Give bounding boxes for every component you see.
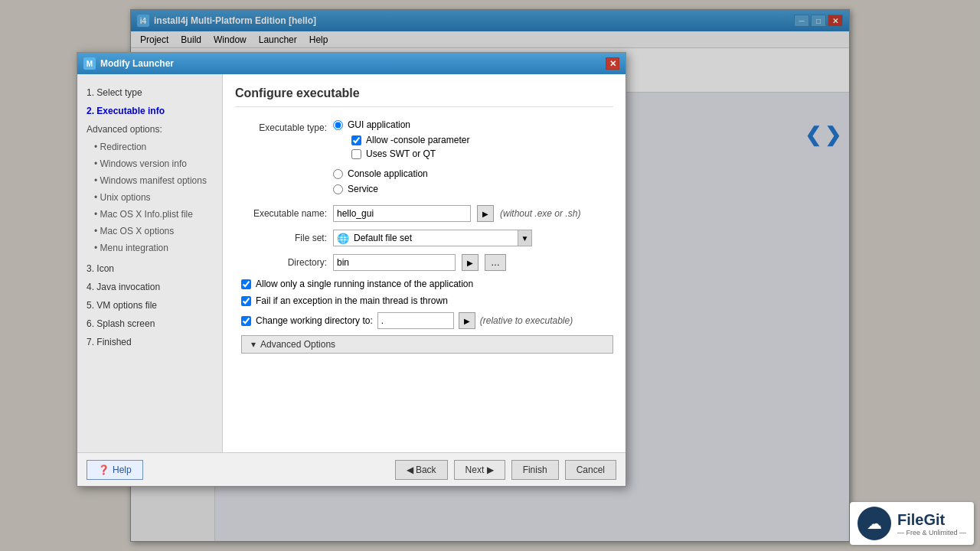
next-button[interactable]: Next ▶ [454,460,505,480]
exception-row: Fail if an exception in the main thread … [241,295,613,306]
file-set-value: Default file set [351,233,518,243]
next-label: Next ▶ [466,465,494,475]
help-label: Help [113,465,132,475]
executable-name-hint: (without .exe or .sh) [500,208,580,219]
advanced-options-button[interactable]: ▾ Advanced Options [241,335,613,354]
service-radio-row: Service [333,184,469,194]
step-7[interactable]: 7. Finished [83,333,216,351]
filegit-text: FileGit — Free & Unlimited — [897,511,966,536]
directory-dots-button[interactable]: … [485,254,506,271]
svg-text:☁: ☁ [867,515,882,532]
footer-left: ❓ Help [87,460,143,480]
content-title: Configure executable [235,86,613,107]
cancel-button[interactable]: Cancel [565,460,616,480]
content-panel: Configure executable Executable type: GU… [223,74,626,452]
dialog-close-button[interactable]: ✕ [606,57,619,70]
step-unix-options[interactable]: • Unix options [83,189,216,206]
finish-label: Finish [523,465,547,475]
advanced-options-chevron-icon: ▾ [251,339,256,350]
file-set-select[interactable]: 🌐 Default file set ▼ [333,230,532,246]
gui-radio-row: GUI application [333,119,469,130]
step-redirection[interactable]: • Redirection [83,139,216,155]
globe-icon: 🌐 [335,230,351,246]
single-instance-label[interactable]: Allow only a single running instance of … [256,279,473,289]
gui-sub-options: Allow -console parameter Uses SWT or QT [351,135,469,159]
console-radio-label[interactable]: Console application [348,168,428,179]
step-windows-version[interactable]: • Windows version info [83,155,216,172]
step-menu-integration[interactable]: • Menu integration [83,240,216,256]
dialog-footer: ❓ Help ◀ Back Next ▶ Finish Cancel [77,452,626,486]
working-dir-browse-button[interactable]: ▶ [459,312,475,329]
console-radio[interactable] [333,169,343,179]
executable-name-row: Executable name: ▶ (without .exe or .sh) [235,205,613,222]
allow-console-label[interactable]: Allow -console parameter [366,135,469,145]
executable-type-section: Executable type: GUI application Allow -… [235,119,613,194]
directory-input[interactable] [333,254,456,271]
directory-browse-button[interactable]: ▶ [462,254,479,271]
footer-right: ◀ Back Next ▶ Finish Cancel [395,460,616,480]
console-radio-row: Console application [333,168,469,179]
step-windows-manifest[interactable]: • Windows manifest options [83,172,216,189]
dialog-icon: M [83,57,96,70]
finish-button[interactable]: Finish [511,460,559,480]
step-2[interactable]: 2. Executable info [83,102,216,120]
filegit-sub: — Free & Unlimited — [897,529,966,536]
service-radio[interactable] [333,184,343,194]
step-mac-options[interactable]: • Mac OS X options [83,223,216,240]
single-instance-row: Allow only a single running instance of … [241,279,613,289]
help-button[interactable]: ❓ Help [87,460,143,480]
exception-label[interactable]: Fail if an exception in the main thread … [256,295,448,306]
uses-swt-row: Uses SWT or QT [351,148,469,159]
working-dir-checkbox[interactable] [241,316,251,326]
single-instance-checkbox[interactable] [241,279,251,289]
modify-launcher-dialog: M Modify Launcher ✕ 1. Select type 2. Ex… [77,52,626,487]
step-6[interactable]: 6. Splash screen [83,315,216,333]
working-dir-label[interactable]: Change working directory to: [256,315,373,326]
uses-swt-checkbox[interactable] [351,149,361,159]
directory-row: Directory: ▶ … [235,254,613,271]
gui-radio-label[interactable]: GUI application [348,119,410,130]
allow-console-row: Allow -console parameter [351,135,469,145]
filegit-name: FileGit [897,511,966,529]
exception-checkbox[interactable] [241,296,251,306]
step-4[interactable]: 4. Java invocation [83,278,216,296]
step-5[interactable]: 5. VM options file [83,296,216,315]
dialog-body: 1. Select type 2. Executable info Advanc… [77,74,626,452]
step-advanced-header: Advanced options: [83,120,216,139]
file-set-row: File set: 🌐 Default file set ▼ [235,230,613,246]
executable-type-options: GUI application Allow -console parameter… [333,119,469,194]
service-radio-label[interactable]: Service [348,184,378,194]
step-1[interactable]: 1. Select type [83,83,216,102]
working-dir-row: Change working directory to: ▶ (relative… [241,312,613,329]
back-button[interactable]: ◀ Back [395,460,448,480]
advanced-options-label: Advanced Options [260,339,335,350]
cancel-label: Cancel [577,465,605,475]
executable-name-input[interactable] [333,205,471,222]
dialog-title-bar: M Modify Launcher ✕ [77,53,626,74]
working-dir-input[interactable] [377,312,454,329]
file-set-dropdown-arrow[interactable]: ▼ [518,230,531,246]
executable-type-label: Executable type: [235,122,327,133]
help-icon: ❓ [98,465,109,475]
executable-name-browse-button[interactable]: ▶ [477,205,494,222]
steps-panel: 1. Select type 2. Executable info Advanc… [77,74,223,452]
filegit-watermark: ☁ FileGit — Free & Unlimited — [850,502,974,545]
dialog-title: Modify Launcher [100,58,174,69]
back-label: ◀ Back [407,465,436,475]
executable-name-label: Executable name: [235,208,327,219]
step-mac-plist[interactable]: • Mac OS X Info.plist file [83,206,216,223]
allow-console-checkbox[interactable] [351,135,361,145]
filegit-logo: ☁ [858,507,891,540]
step-3[interactable]: 3. Icon [83,259,216,278]
gui-radio[interactable] [333,120,343,130]
directory-label: Directory: [235,257,327,268]
file-set-label: File set: [235,233,327,243]
working-dir-hint: (relative to executable) [480,315,573,326]
uses-swt-label[interactable]: Uses SWT or QT [366,148,436,159]
